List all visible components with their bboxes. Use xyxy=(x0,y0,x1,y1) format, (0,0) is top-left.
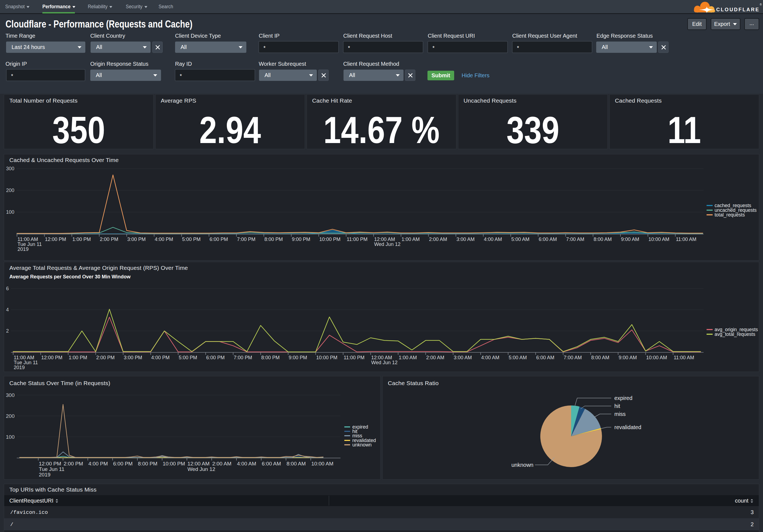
svg-text:5:00 PM: 5:00 PM xyxy=(179,355,197,360)
svg-text:hit: hit xyxy=(614,403,620,409)
svg-text:300: 300 xyxy=(6,166,14,171)
svg-text:6:00 PM: 6:00 PM xyxy=(113,461,133,467)
svg-text:7:00 PM: 7:00 PM xyxy=(237,236,256,242)
svg-text:2:00 PM: 2:00 PM xyxy=(100,236,118,242)
svg-text:Wed Jun 12: Wed Jun 12 xyxy=(187,466,215,472)
svg-text:unknown: unknown xyxy=(511,462,533,468)
svg-text:3:00 AM: 3:00 AM xyxy=(454,355,472,360)
svg-text:9:00 AM: 9:00 AM xyxy=(619,355,637,360)
svg-text:avg_total_requests: avg_total_requests xyxy=(714,331,755,337)
svg-text:6: 6 xyxy=(6,286,9,291)
svg-text:9:00 PM: 9:00 PM xyxy=(292,236,310,242)
svg-text:5:00 PM: 5:00 PM xyxy=(182,236,201,242)
svg-text:6:00 AM: 6:00 AM xyxy=(539,236,557,242)
svg-text:12:00 AM: 12:00 AM xyxy=(187,461,209,467)
svg-text:8:00 PM: 8:00 PM xyxy=(261,355,280,360)
svg-text:total_requests: total_requests xyxy=(714,212,745,218)
svg-text:10:00 PM: 10:00 PM xyxy=(316,355,337,360)
svg-text:Wed Jun 12: Wed Jun 12 xyxy=(374,241,400,247)
svg-text:5:00 AM: 5:00 AM xyxy=(509,355,527,360)
svg-text:8:00 AM: 8:00 AM xyxy=(594,236,612,242)
svg-text:expired: expired xyxy=(614,395,632,401)
svg-text:4:00 PM: 4:00 PM xyxy=(151,355,169,360)
svg-text:6:00 PM: 6:00 PM xyxy=(209,236,228,242)
svg-text:3:00 PM: 3:00 PM xyxy=(124,355,142,360)
svg-text:9:00 PM: 9:00 PM xyxy=(289,355,307,360)
svg-text:4:00 PM: 4:00 PM xyxy=(88,461,108,467)
svg-text:Tue Jun 11: Tue Jun 11 xyxy=(18,241,42,247)
svg-text:2:00 AM: 2:00 AM xyxy=(429,236,447,242)
svg-text:8:00 AM: 8:00 AM xyxy=(591,355,609,360)
svg-text:miss: miss xyxy=(614,411,626,417)
svg-text:2:00 AM: 2:00 AM xyxy=(426,355,444,360)
svg-text:11:00 PM: 11:00 PM xyxy=(344,355,365,360)
svg-text:6:00 AM: 6:00 AM xyxy=(262,461,281,467)
svg-text:10:00 AM: 10:00 AM xyxy=(648,236,669,242)
svg-text:CLOUDFLARE: CLOUDFLARE xyxy=(716,7,760,12)
svg-text:7:00 PM: 7:00 PM xyxy=(234,355,252,360)
svg-text:12:00 PM: 12:00 PM xyxy=(39,461,61,467)
svg-text:3:00 PM: 3:00 PM xyxy=(127,236,146,242)
svg-text:9:00 AM: 9:00 AM xyxy=(621,236,639,242)
svg-text:200: 200 xyxy=(6,413,15,419)
svg-text:11:00 AM: 11:00 AM xyxy=(14,355,35,360)
svg-text:7:00 AM: 7:00 AM xyxy=(564,355,582,360)
svg-text:10:00 AM: 10:00 AM xyxy=(311,461,333,467)
svg-text:1:00 AM: 1:00 AM xyxy=(401,236,420,242)
svg-text:Tue Jun 11: Tue Jun 11 xyxy=(14,360,38,365)
svg-text:6:00 AM: 6:00 AM xyxy=(536,355,554,360)
svg-text:revalidated: revalidated xyxy=(614,424,641,430)
svg-text:11:00 AM: 11:00 AM xyxy=(18,236,38,242)
svg-text:100: 100 xyxy=(6,209,14,215)
svg-text:4:00 AM: 4:00 AM xyxy=(481,355,499,360)
svg-text:4:00 AM: 4:00 AM xyxy=(484,236,502,242)
svg-text:11:00 PM: 11:00 PM xyxy=(347,236,368,242)
svg-text:1:00 PM: 1:00 PM xyxy=(72,236,91,242)
svg-text:8:00 AM: 8:00 AM xyxy=(286,461,306,467)
svg-text:1:00 AM: 1:00 AM xyxy=(398,355,417,360)
svg-text:2:00 PM: 2:00 PM xyxy=(96,355,115,360)
svg-text:2019: 2019 xyxy=(18,246,29,252)
svg-text:12:00 AM: 12:00 AM xyxy=(374,236,395,242)
svg-text:300: 300 xyxy=(6,392,15,398)
svg-text:2:00 AM: 2:00 AM xyxy=(212,461,232,467)
svg-text:Tue Jun 11: Tue Jun 11 xyxy=(39,466,64,472)
svg-text:Wed Jun 12: Wed Jun 12 xyxy=(371,360,398,365)
svg-text:8:00 PM: 8:00 PM xyxy=(138,461,158,467)
svg-text:3:00 AM: 3:00 AM xyxy=(456,236,475,242)
svg-text:12:00 PM: 12:00 PM xyxy=(41,355,62,360)
svg-text:11:00 AM: 11:00 AM xyxy=(676,236,697,242)
svg-text:unknown: unknown xyxy=(352,442,372,448)
svg-text:10:00 PM: 10:00 PM xyxy=(163,461,185,467)
svg-text:10:00 PM: 10:00 PM xyxy=(319,236,341,242)
svg-text:4:00 PM: 4:00 PM xyxy=(155,236,173,242)
svg-text:5:00 AM: 5:00 AM xyxy=(511,236,530,242)
svg-text:4:00 AM: 4:00 AM xyxy=(237,461,256,467)
svg-text:8:00 PM: 8:00 PM xyxy=(265,236,283,242)
svg-text:4: 4 xyxy=(6,307,9,312)
svg-text:7:00 AM: 7:00 AM xyxy=(566,236,584,242)
svg-text:2019: 2019 xyxy=(39,472,51,478)
svg-text:100: 100 xyxy=(6,434,15,440)
svg-text:11:00 AM: 11:00 AM xyxy=(674,355,694,360)
svg-text:2: 2 xyxy=(6,328,9,334)
svg-text:10:00 AM: 10:00 AM xyxy=(646,355,667,360)
svg-text:1:00 PM: 1:00 PM xyxy=(69,355,87,360)
svg-text:12:00 AM: 12:00 AM xyxy=(371,355,392,360)
svg-text:®: ® xyxy=(760,3,762,6)
svg-text:6:00 PM: 6:00 PM xyxy=(206,355,225,360)
svg-text:2:00 PM: 2:00 PM xyxy=(63,461,83,467)
svg-text:12:00 PM: 12:00 PM xyxy=(45,236,66,242)
svg-text:2019: 2019 xyxy=(14,365,25,370)
svg-text:200: 200 xyxy=(6,188,14,193)
